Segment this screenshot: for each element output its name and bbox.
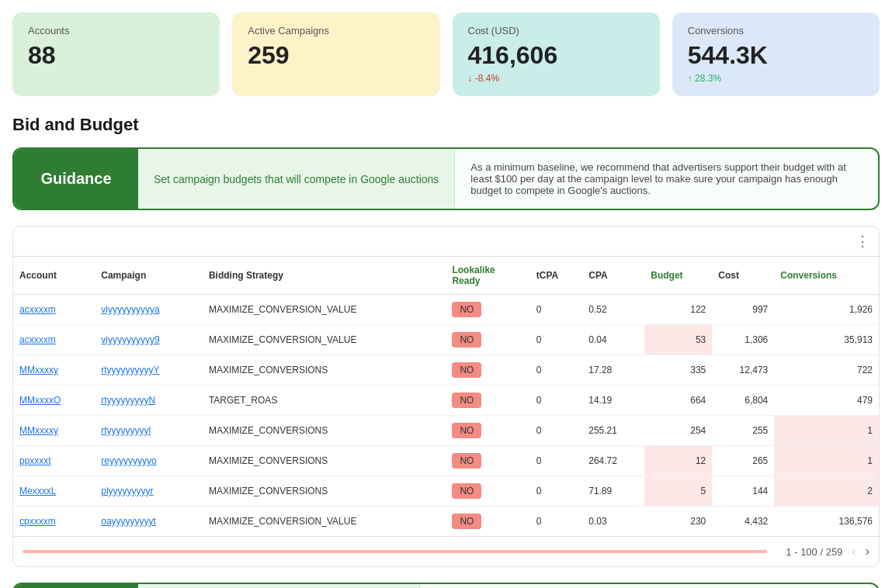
cell-cost: 4,432 [712, 507, 774, 537]
cell-cpa: 14.19 [582, 386, 644, 416]
cell-tcpa: 0 [530, 355, 582, 386]
stat-card-campaigns: Active Campaigns 259 [232, 12, 439, 96]
cell-conversions: 1 [774, 446, 879, 476]
account-link[interactable]: cpxxxxm [19, 516, 56, 527]
booster-middle-text: Set up AI-friendly campaigns that are op… [138, 584, 420, 588]
campaign-link[interactable]: reyyyyyyyyyo [101, 455, 156, 466]
cell-budget: 12 [644, 446, 712, 476]
account-link[interactable]: MMxxxxO [19, 395, 61, 406]
pagination-row: 1 - 100 / 259 ‹ › [13, 536, 879, 566]
campaign-link[interactable]: rtyyyyyyyyyN [101, 395, 155, 406]
cell-campaign: viyyyyyyyyyy9 [95, 325, 203, 355]
cell-bidding-strategy: MAXIMIZE_CONVERSIONS [203, 446, 446, 476]
lookalike-badge: NO [452, 483, 481, 499]
cell-campaign: plyyyyyyyyyr [95, 476, 203, 507]
col-conversions: Conversions [774, 257, 879, 295]
cell-cpa: 0.03 [582, 507, 644, 537]
cell-cpa: 264.72 [582, 446, 644, 476]
cell-lookalike-ready: NO [446, 446, 529, 476]
cell-bidding-strategy: MAXIMIZE_CONVERSIONS [203, 476, 446, 507]
cell-lookalike-ready: NO [446, 476, 529, 507]
table-row: acxxxxm viyyyyyyyyyy9 MAXIMIZE_CONVERSIO… [13, 325, 879, 355]
table-row: cpxxxxm oayyyyyyyyyt MAXIMIZE_CONVERSION… [13, 507, 879, 537]
cell-bidding-strategy: MAXIMIZE_CONVERSION_VALUE [203, 507, 446, 537]
cell-lookalike-ready: NO [446, 295, 529, 325]
campaign-link[interactable]: viyyyyyyyyyy9 [101, 334, 159, 345]
campaign-link[interactable]: oayyyyyyyyyt [101, 516, 156, 527]
cell-bidding-strategy: MAXIMIZE_CONVERSIONS [203, 416, 446, 446]
table-header-row: ⋮ [13, 227, 879, 257]
account-link[interactable]: MMxxxxy [19, 425, 58, 436]
cell-account: MMxxxxy [13, 416, 95, 446]
stat-value-conversions: 544.3K [688, 41, 864, 70]
cell-account: MMxxxxy [13, 355, 95, 386]
pagination-prev-arrow[interactable]: ‹ [852, 545, 856, 559]
stat-change-conversions: ↑ 28.3% [688, 73, 864, 84]
guidance-middle-text: Set campaign budgets that will compete i… [138, 149, 455, 209]
cell-cost: 997 [712, 295, 774, 325]
cell-tcpa: 0 [530, 416, 582, 446]
lookalike-badge: NO [452, 332, 481, 348]
lookalike-badge: NO [452, 393, 481, 408]
cell-cpa: 0.04 [582, 325, 644, 355]
cell-budget: 254 [644, 416, 712, 446]
stats-row: Accounts 88 Active Campaigns 259 Cost (U… [12, 12, 880, 96]
cell-tcpa: 0 [530, 295, 582, 325]
cell-lookalike-ready: NO [446, 355, 529, 386]
cell-tcpa: 0 [530, 507, 582, 537]
table-row: MMxxxxy rtyyyyyyyyyl MAXIMIZE_CONVERSION… [13, 416, 879, 446]
campaign-link[interactable]: rtyyyyyyyyyyY [101, 365, 159, 375]
campaign-link[interactable]: viyyyyyyyyyya [101, 304, 159, 315]
account-link[interactable]: acxxxxm [19, 334, 56, 345]
col-bidding-strategy: Bidding Strategy [203, 257, 446, 295]
cell-cpa: 0.52 [582, 295, 644, 325]
stat-card-cost: Cost (USD) 416,606 ↓ -8.4% [453, 12, 660, 96]
guidance-right-text: As a minimum baseline, we recommend that… [455, 149, 878, 209]
booster-banner: Booster Set up AI-friendly campaigns tha… [12, 583, 880, 588]
more-options-icon[interactable]: ⋮ [856, 233, 869, 250]
cell-account: cpxxxxm [13, 507, 95, 537]
account-link[interactable]: MMxxxxy [19, 365, 58, 375]
col-cpa: CPA [582, 257, 644, 295]
cell-campaign: rtyyyyyyyyyN [95, 386, 203, 416]
guidance-banner: Guidance Set campaign budgets that will … [12, 147, 880, 210]
cell-account: ppxxxxt [13, 446, 95, 476]
stat-label-campaigns: Active Campaigns [248, 25, 424, 36]
lookalike-badge: NO [452, 362, 481, 378]
table-scrollbar[interactable] [23, 550, 767, 553]
account-link[interactable]: acxxxxm [19, 304, 56, 315]
cell-tcpa: 0 [530, 325, 582, 355]
stat-label-cost: Cost (USD) [468, 25, 644, 36]
cell-conversions: 35,913 [774, 325, 879, 355]
cell-account: MMxxxxO [13, 386, 95, 416]
table-column-headers: Account Campaign Bidding Strategy Lookal… [13, 257, 879, 295]
cell-budget: 5 [644, 476, 712, 507]
stat-value-campaigns: 259 [248, 41, 424, 70]
cell-cost: 144 [712, 476, 774, 507]
lookalike-badge: NO [452, 453, 481, 469]
account-link[interactable]: ppxxxxt [19, 455, 51, 466]
pagination-next-arrow[interactable]: › [866, 545, 869, 559]
cell-lookalike-ready: NO [446, 386, 529, 416]
stat-label-accounts: Accounts [28, 25, 204, 36]
cell-conversions: 136,576 [774, 507, 879, 537]
stat-value-cost: 416,606 [468, 41, 644, 70]
cell-account: acxxxxm [13, 325, 95, 355]
campaign-link[interactable]: rtyyyyyyyyyl [101, 425, 151, 436]
cell-cpa: 17.28 [582, 355, 644, 386]
cell-budget: 230 [644, 507, 712, 537]
pagination-label: 1 - 100 / 259 [786, 546, 842, 558]
cell-campaign: viyyyyyyyyyya [95, 295, 203, 325]
cell-conversions: 479 [774, 386, 879, 416]
account-link[interactable]: MexxxxL [19, 486, 56, 496]
table-row: ppxxxxt reyyyyyyyyyo MAXIMIZE_CONVERSION… [13, 446, 879, 476]
cell-conversions: 722 [774, 355, 879, 386]
cell-bidding-strategy: MAXIMIZE_CONVERSION_VALUE [203, 295, 446, 325]
table-row: MMxxxxy rtyyyyyyyyyyY MAXIMIZE_CONVERSIO… [13, 355, 879, 386]
col-tcpa: tCPA [530, 257, 582, 295]
campaign-link[interactable]: plyyyyyyyyyr [101, 486, 153, 496]
table-row: acxxxxm viyyyyyyyyyya MAXIMIZE_CONVERSIO… [13, 295, 879, 325]
col-lookalike-ready: LookalikeReady [446, 257, 529, 295]
col-account: Account [13, 257, 95, 295]
guidance-label: Guidance [14, 149, 138, 209]
